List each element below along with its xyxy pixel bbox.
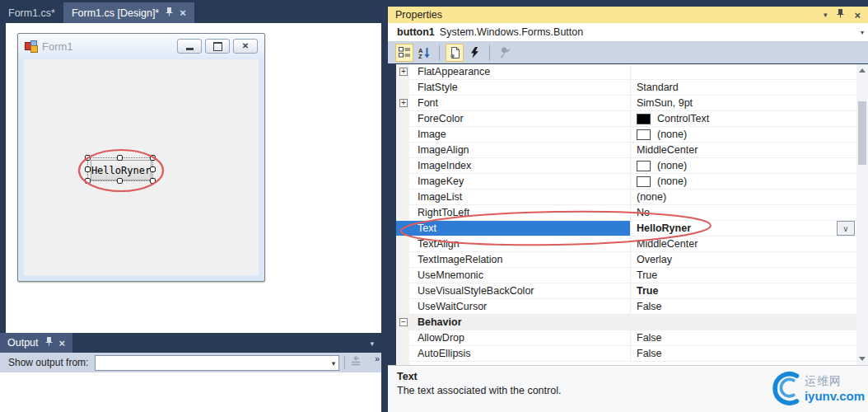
property-row[interactable]: RightToLeftNo	[396, 205, 856, 221]
property-name-cell[interactable]: RightToLeft	[396, 205, 630, 220]
property-value-cell[interactable]: False	[630, 299, 856, 314]
property-row[interactable]: UseWaitCursorFalse	[396, 299, 856, 315]
tab-form1-cs-design[interactable]: Form1.cs [Design]* ×	[63, 2, 194, 23]
property-row[interactable]: Image(none)	[396, 127, 856, 143]
property-grid[interactable]: +FlatAppearanceFlatStyleStandard+FontSim…	[396, 64, 856, 365]
property-row[interactable]: AllowDropFalse	[396, 330, 856, 346]
selection-handle[interactable]	[150, 166, 156, 172]
property-name-cell[interactable]: TextImageRelation	[396, 252, 630, 267]
property-row[interactable]: ImageList(none)	[396, 190, 856, 205]
property-value-cell[interactable]: (none)	[630, 190, 856, 204]
property-value-cell[interactable]: Overlay	[630, 252, 856, 267]
property-name-cell[interactable]: AllowDrop	[396, 330, 630, 345]
message-list-icon[interactable]	[350, 356, 363, 370]
close-icon[interactable]: ×	[59, 337, 66, 349]
form-designer-surface[interactable]: Form1 ✕ HelloRyner	[6, 23, 381, 333]
properties-page-icon[interactable]	[446, 44, 464, 62]
property-row[interactable]: UseMnemonicTrue	[396, 268, 856, 283]
property-value-cell[interactable]: Standard	[630, 80, 856, 95]
property-row[interactable]: TextAlignMiddleCenter	[396, 236, 856, 252]
property-name-cell[interactable]: ImageIndex	[396, 158, 630, 173]
output-window-dropdown-icon[interactable]: ▾	[370, 339, 374, 348]
chevron-down-icon[interactable]: ▾	[332, 360, 336, 368]
property-category-row[interactable]: −Behavior	[396, 315, 856, 330]
property-row[interactable]: FlatStyleStandard	[396, 80, 856, 96]
selection-handle[interactable]	[85, 166, 91, 172]
property-value-cell[interactable]: HelloRyner∨	[630, 221, 856, 236]
scrollbar-thumb[interactable]	[858, 101, 866, 165]
property-value-cell[interactable]: SimSun, 9pt	[630, 96, 856, 110]
property-name-cell[interactable]: ForeColor	[396, 111, 630, 126]
value-dropdown-button[interactable]: ∨	[837, 221, 855, 236]
close-icon[interactable]: ×	[854, 9, 861, 21]
property-row[interactable]: +FlatAppearance	[396, 64, 856, 80]
property-value-cell[interactable]: MiddleCenter	[630, 143, 856, 157]
categorized-icon[interactable]	[395, 44, 413, 62]
tab-form1-cs[interactable]: Form1.cs*	[0, 2, 63, 23]
alphabetical-icon[interactable]: AZ	[415, 44, 433, 62]
property-name-cell[interactable]: TextAlign	[396, 236, 630, 251]
expand-icon[interactable]: +	[399, 99, 408, 107]
scroll-down-icon[interactable]	[859, 357, 866, 361]
property-name-cell[interactable]: FlatStyle	[396, 80, 630, 95]
property-pages-icon[interactable]	[496, 44, 514, 62]
property-name-cell[interactable]: +FlatAppearance	[396, 64, 630, 79]
property-value-cell[interactable]: (none)	[630, 174, 856, 189]
close-icon[interactable]: ×	[180, 7, 186, 19]
scroll-up-icon[interactable]	[859, 68, 866, 73]
selection-handle[interactable]	[150, 155, 156, 161]
property-value-cell[interactable]: (none)	[630, 127, 856, 142]
properties-titlebar[interactable]: Properties ▾ ×	[388, 7, 868, 23]
property-row[interactable]: TextImageRelationOverlay	[396, 252, 856, 268]
property-value-cell[interactable]: True	[630, 283, 856, 298]
property-row[interactable]: ImageAlignMiddleCenter	[396, 143, 856, 158]
property-row[interactable]: UseVisualStyleBackColorTrue	[396, 283, 856, 299]
window-position-dropdown-icon[interactable]: ▾	[824, 11, 828, 19]
property-name-cell[interactable]: +Font	[396, 96, 630, 110]
selection-handle[interactable]	[117, 155, 123, 161]
property-row[interactable]: ImageIndex(none)	[396, 158, 856, 174]
property-name-cell[interactable]: Image	[396, 127, 630, 142]
property-name-cell[interactable]: UseVisualStyleBackColor	[396, 283, 630, 298]
property-name-cell[interactable]: ImageKey	[396, 174, 630, 189]
selection-handle[interactable]	[85, 178, 91, 184]
output-content[interactable]	[0, 372, 381, 412]
property-name-cell[interactable]: −Behavior	[396, 315, 630, 330]
property-row[interactable]: ForeColorControlText	[396, 111, 856, 127]
winforms-app-icon	[25, 40, 36, 52]
property-name-cell[interactable]: ImageList	[396, 190, 630, 204]
grid-scrollbar[interactable]	[856, 64, 868, 365]
pin-icon[interactable]	[837, 9, 844, 21]
property-name-cell[interactable]: UseMnemonic	[396, 268, 630, 283]
property-value-cell[interactable]: No	[630, 205, 856, 220]
property-value-cell[interactable]: ControlText	[630, 111, 856, 126]
selected-object-combobox[interactable]: button1 System.Windows.Forms.Button ▾	[388, 23, 868, 41]
pin-icon[interactable]	[45, 337, 53, 349]
property-name-cell[interactable]: AutoEllipsis	[396, 346, 630, 361]
property-value-cell[interactable]: MiddleCenter	[630, 236, 856, 251]
expand-icon[interactable]: +	[399, 68, 408, 76]
tab-output[interactable]: Output ×	[0, 333, 72, 353]
toolbar-overflow-icon[interactable]: »	[375, 353, 378, 363]
pin-icon[interactable]	[166, 7, 173, 18]
property-row[interactable]: AutoEllipsisFalse	[396, 346, 856, 362]
property-name-cell[interactable]: UseWaitCursor	[396, 299, 630, 314]
selection-handle[interactable]	[85, 155, 91, 161]
property-name-cell[interactable]: Text	[396, 221, 630, 236]
property-name-cell[interactable]: ImageAlign	[396, 143, 630, 157]
property-row[interactable]: ImageKey(none)	[396, 174, 856, 190]
property-value-cell[interactable]: False	[630, 330, 856, 345]
property-value-cell[interactable]: True	[630, 268, 856, 283]
chevron-down-icon[interactable]: ▾	[861, 29, 864, 36]
selected-button-control[interactable]: HelloRyner	[85, 155, 156, 184]
property-row[interactable]: +FontSimSun, 9pt	[396, 96, 856, 111]
events-icon[interactable]	[465, 44, 483, 62]
property-value-cell[interactable]	[630, 64, 856, 79]
output-source-combobox[interactable]: ▾	[95, 355, 339, 371]
property-value-cell[interactable]: (none)	[630, 158, 856, 173]
collapse-icon[interactable]: −	[399, 318, 408, 326]
selection-handle[interactable]	[150, 178, 156, 184]
property-row[interactable]: TextHelloRyner∨	[396, 221, 856, 236]
property-value-cell[interactable]: False	[630, 346, 856, 361]
selection-handle[interactable]	[117, 178, 123, 184]
